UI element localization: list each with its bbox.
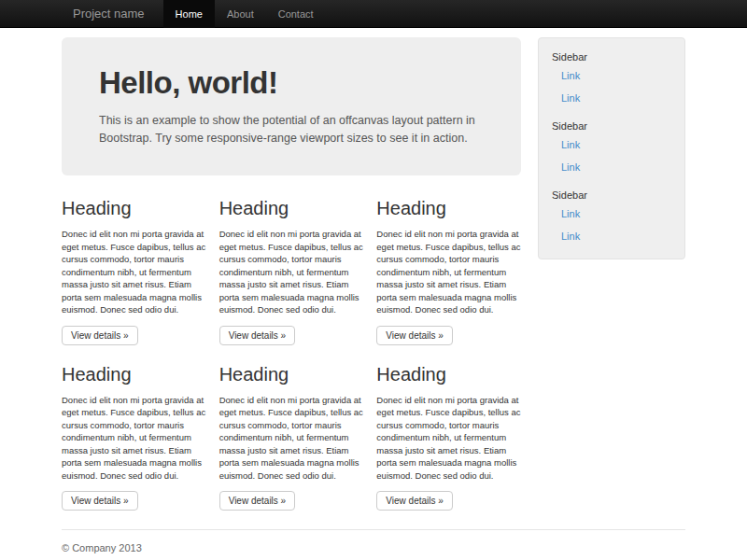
cards-row-2: Heading Donec id elit non mi porta gravi… [62,364,521,511]
sidebar-panel: Sidebar Link Link Sidebar Link Link Side… [538,37,685,259]
card: Heading Donec id elit non mi porta gravi… [376,198,521,345]
card: Heading Donec id elit non mi porta gravi… [62,198,206,345]
top-navbar: Project name Home About Contact [0,0,747,28]
nav-item-home[interactable]: Home [163,0,215,28]
card-heading: Heading [62,364,206,385]
card-heading: Heading [219,364,364,385]
sidebar-group: Sidebar Link Link [552,115,671,178]
cards-row-1: Heading Donec id elit non mi porta gravi… [62,198,521,345]
card-body-text: Donec id elit non mi porta gravida at eg… [219,394,364,483]
copyright-text: © Company 2013 [62,542,142,553]
jumbotron: Hello, world! This is an example to show… [62,37,521,175]
sidebar-group: Sidebar Link Link [552,184,671,247]
card: Heading Donec id elit non mi porta gravi… [62,364,206,511]
view-details-button[interactable]: View details » [62,326,138,345]
view-details-button[interactable]: View details » [219,491,296,511]
nav-item-about[interactable]: About [215,0,266,28]
sidebar-group: Sidebar Link Link [552,46,671,109]
card-body-text: Donec id elit non mi porta gravida at eg… [62,394,206,483]
card: Heading Donec id elit non mi porta gravi… [219,198,364,345]
card: Heading Donec id elit non mi porta gravi… [219,364,364,511]
jumbotron-description: This is an example to show the potential… [99,112,484,147]
sidebar-link[interactable]: Link [552,225,671,247]
footer-container: © Company 2013 [62,529,685,560]
card-heading: Heading [62,198,206,219]
view-details-button[interactable]: View details » [376,326,453,345]
sidebar-column: Sidebar Link Link Sidebar Link Link Side… [538,37,685,511]
view-details-button[interactable]: View details » [376,491,453,511]
page-container: Hello, world! This is an example to show… [62,28,685,511]
sidebar-link[interactable]: Link [552,133,671,156]
card-heading: Heading [376,198,521,219]
navbar-menu: Home About Contact [163,0,326,28]
sidebar-group-header: Sidebar [552,115,671,133]
sidebar-group-header: Sidebar [552,184,671,203]
sidebar-group-header: Sidebar [552,46,671,64]
navbar-brand[interactable]: Project name [62,0,163,28]
view-details-button[interactable]: View details » [62,491,138,511]
card-body-text: Donec id elit non mi porta gravida at eg… [62,228,206,316]
sidebar-link[interactable]: Link [552,87,671,109]
main-column: Hello, world! This is an example to show… [62,37,521,511]
card: Heading Donec id elit non mi porta gravi… [376,364,521,511]
page-title: Hello, world! [99,65,484,101]
nav-item-contact[interactable]: Contact [266,0,326,28]
footer: © Company 2013 [62,529,685,560]
card-body-text: Donec id elit non mi porta gravida at eg… [219,228,364,316]
sidebar-link[interactable]: Link [552,64,671,87]
sidebar-link[interactable]: Link [552,156,671,178]
card-heading: Heading [219,198,364,219]
view-details-button[interactable]: View details » [219,326,296,345]
navbar-container: Project name Home About Contact [62,0,685,28]
card-body-text: Donec id elit non mi porta gravida at eg… [376,394,521,483]
card-body-text: Donec id elit non mi porta gravida at eg… [376,228,521,316]
sidebar-link[interactable]: Link [552,203,671,225]
card-heading: Heading [376,364,521,385]
